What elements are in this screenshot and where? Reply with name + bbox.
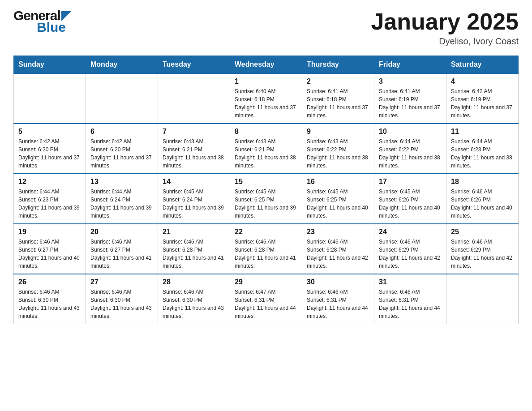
- day-info: Sunrise: 6:42 AM Sunset: 6:20 PM Dayligh…: [90, 137, 153, 170]
- calendar-cell-w2-d5: 9Sunrise: 6:43 AM Sunset: 6:22 PM Daylig…: [302, 124, 374, 174]
- col-header-friday: Friday: [374, 56, 446, 74]
- day-info: Sunrise: 6:41 AM Sunset: 6:19 PM Dayligh…: [379, 87, 442, 120]
- day-number: 4: [451, 77, 514, 86]
- day-info: Sunrise: 6:44 AM Sunset: 6:24 PM Dayligh…: [90, 188, 153, 220]
- calendar-week-1: 1Sunrise: 6:40 AM Sunset: 6:18 PM Daylig…: [14, 73, 519, 124]
- calendar-cell-w4-d3: 21Sunrise: 6:46 AM Sunset: 6:28 PM Dayli…: [158, 224, 230, 274]
- calendar-cell-w1-d5: 2Sunrise: 6:41 AM Sunset: 6:18 PM Daylig…: [302, 73, 374, 124]
- day-number: 8: [235, 128, 297, 136]
- day-info: Sunrise: 6:43 AM Sunset: 6:21 PM Dayligh…: [163, 137, 225, 170]
- day-info: Sunrise: 6:46 AM Sunset: 6:29 PM Dayligh…: [379, 238, 442, 270]
- day-number: 26: [18, 278, 81, 286]
- day-info: Sunrise: 6:45 AM Sunset: 6:25 PM Dayligh…: [235, 188, 297, 220]
- day-info: Sunrise: 6:46 AM Sunset: 6:28 PM Dayligh…: [235, 238, 297, 270]
- day-info: Sunrise: 6:46 AM Sunset: 6:28 PM Dayligh…: [307, 238, 369, 270]
- calendar-cell-w5-d5: 30Sunrise: 6:46 AM Sunset: 6:31 PM Dayli…: [302, 274, 374, 324]
- calendar-cell-w5-d4: 29Sunrise: 6:47 AM Sunset: 6:31 PM Dayli…: [230, 274, 302, 324]
- calendar-cell-w5-d3: 28Sunrise: 6:46 AM Sunset: 6:30 PM Dayli…: [158, 274, 230, 324]
- day-info: Sunrise: 6:46 AM Sunset: 6:31 PM Dayligh…: [379, 288, 442, 320]
- col-header-saturday: Saturday: [446, 56, 519, 74]
- day-number: 7: [163, 128, 225, 136]
- col-header-thursday: Thursday: [302, 56, 374, 74]
- day-number: 31: [379, 278, 442, 286]
- calendar-cell-w4-d6: 24Sunrise: 6:46 AM Sunset: 6:29 PM Dayli…: [374, 224, 446, 274]
- calendar-cell-w1-d4: 1Sunrise: 6:40 AM Sunset: 6:18 PM Daylig…: [230, 73, 302, 124]
- calendar-cell-w4-d5: 23Sunrise: 6:46 AM Sunset: 6:28 PM Dayli…: [302, 224, 374, 274]
- day-number: 27: [90, 278, 153, 286]
- calendar-table: Sunday Monday Tuesday Wednesday Thursday…: [13, 56, 519, 324]
- calendar-cell-w1-d6: 3Sunrise: 6:41 AM Sunset: 6:19 PM Daylig…: [374, 73, 446, 124]
- calendar-cell-w3-d6: 17Sunrise: 6:45 AM Sunset: 6:26 PM Dayli…: [374, 174, 446, 224]
- calendar-cell-w3-d5: 16Sunrise: 6:45 AM Sunset: 6:25 PM Dayli…: [302, 174, 374, 224]
- day-info: Sunrise: 6:45 AM Sunset: 6:25 PM Dayligh…: [307, 188, 369, 220]
- calendar-title: January 2025: [371, 9, 519, 34]
- calendar-cell-w3-d3: 14Sunrise: 6:45 AM Sunset: 6:24 PM Dayli…: [158, 174, 230, 224]
- day-info: Sunrise: 6:44 AM Sunset: 6:22 PM Dayligh…: [379, 137, 442, 170]
- day-info: Sunrise: 6:43 AM Sunset: 6:22 PM Dayligh…: [307, 137, 369, 170]
- calendar-cell-w3-d2: 13Sunrise: 6:44 AM Sunset: 6:24 PM Dayli…: [86, 174, 158, 224]
- day-info: Sunrise: 6:44 AM Sunset: 6:23 PM Dayligh…: [451, 137, 514, 170]
- day-number: 24: [379, 228, 442, 236]
- day-info: Sunrise: 6:46 AM Sunset: 6:27 PM Dayligh…: [90, 238, 153, 270]
- calendar-subtitle: Dyeliso, Ivory Coast: [371, 36, 519, 47]
- title-section: January 2025 Dyeliso, Ivory Coast: [371, 9, 519, 47]
- calendar-cell-w2-d3: 7Sunrise: 6:43 AM Sunset: 6:21 PM Daylig…: [158, 124, 230, 174]
- day-info: Sunrise: 6:46 AM Sunset: 6:27 PM Dayligh…: [18, 238, 81, 270]
- calendar-cell-w5-d2: 27Sunrise: 6:46 AM Sunset: 6:30 PM Dayli…: [86, 274, 158, 324]
- logo: General Blue: [13, 9, 71, 34]
- day-info: Sunrise: 6:46 AM Sunset: 6:30 PM Dayligh…: [90, 288, 153, 320]
- calendar-cell-w4-d7: 25Sunrise: 6:46 AM Sunset: 6:29 PM Dayli…: [446, 224, 519, 274]
- calendar-cell-w1-d2: [86, 73, 158, 124]
- col-header-tuesday: Tuesday: [158, 56, 230, 74]
- day-number: 23: [307, 228, 369, 236]
- day-number: 11: [451, 128, 514, 136]
- col-header-sunday: Sunday: [14, 56, 86, 74]
- calendar-header-row: Sunday Monday Tuesday Wednesday Thursday…: [14, 56, 519, 74]
- day-number: 17: [379, 178, 442, 186]
- day-number: 16: [307, 178, 369, 186]
- calendar-cell-w2-d7: 11Sunrise: 6:44 AM Sunset: 6:23 PM Dayli…: [446, 124, 519, 174]
- calendar-cell-w5-d7: [446, 274, 519, 324]
- day-number: 29: [235, 278, 297, 286]
- day-number: 6: [90, 128, 153, 136]
- day-number: 18: [451, 178, 514, 186]
- day-number: 3: [379, 77, 442, 86]
- day-number: 14: [163, 178, 225, 186]
- day-number: 13: [90, 178, 153, 186]
- day-info: Sunrise: 6:46 AM Sunset: 6:28 PM Dayligh…: [163, 238, 225, 270]
- calendar-cell-w2-d1: 5Sunrise: 6:42 AM Sunset: 6:20 PM Daylig…: [14, 124, 86, 174]
- calendar-week-3: 12Sunrise: 6:44 AM Sunset: 6:23 PM Dayli…: [14, 174, 519, 224]
- calendar-cell-w2-d2: 6Sunrise: 6:42 AM Sunset: 6:20 PM Daylig…: [86, 124, 158, 174]
- day-number: 30: [307, 278, 369, 286]
- day-number: 9: [307, 128, 369, 136]
- col-header-monday: Monday: [86, 56, 158, 74]
- day-number: 28: [163, 278, 225, 286]
- day-info: Sunrise: 6:47 AM Sunset: 6:31 PM Dayligh…: [235, 288, 297, 320]
- calendar-cell-w1-d7: 4Sunrise: 6:42 AM Sunset: 6:19 PM Daylig…: [446, 73, 519, 124]
- day-info: Sunrise: 6:43 AM Sunset: 6:21 PM Dayligh…: [235, 137, 297, 170]
- day-number: 5: [18, 128, 81, 136]
- day-info: Sunrise: 6:46 AM Sunset: 6:31 PM Dayligh…: [307, 288, 369, 320]
- day-number: 12: [18, 178, 81, 186]
- day-info: Sunrise: 6:41 AM Sunset: 6:18 PM Dayligh…: [307, 87, 369, 120]
- day-info: Sunrise: 6:45 AM Sunset: 6:26 PM Dayligh…: [379, 188, 442, 220]
- calendar-cell-w3-d4: 15Sunrise: 6:45 AM Sunset: 6:25 PM Dayli…: [230, 174, 302, 224]
- calendar-week-2: 5Sunrise: 6:42 AM Sunset: 6:20 PM Daylig…: [14, 124, 519, 174]
- day-info: Sunrise: 6:42 AM Sunset: 6:20 PM Dayligh…: [18, 137, 81, 170]
- calendar-cell-w4-d2: 20Sunrise: 6:46 AM Sunset: 6:27 PM Dayli…: [86, 224, 158, 274]
- page-header: General Blue January 2025 Dyeliso, Ivory…: [13, 9, 519, 47]
- calendar-cell-w1-d1: [14, 73, 86, 124]
- day-number: 22: [235, 228, 297, 236]
- day-info: Sunrise: 6:46 AM Sunset: 6:29 PM Dayligh…: [451, 238, 514, 270]
- day-number: 21: [163, 228, 225, 236]
- day-number: 15: [235, 178, 297, 186]
- calendar-week-5: 26Sunrise: 6:46 AM Sunset: 6:30 PM Dayli…: [14, 274, 519, 324]
- calendar-cell-w1-d3: [158, 73, 230, 124]
- day-info: Sunrise: 6:42 AM Sunset: 6:19 PM Dayligh…: [451, 87, 514, 120]
- day-info: Sunrise: 6:46 AM Sunset: 6:30 PM Dayligh…: [18, 288, 81, 320]
- day-info: Sunrise: 6:45 AM Sunset: 6:24 PM Dayligh…: [163, 188, 225, 220]
- calendar-cell-w3-d1: 12Sunrise: 6:44 AM Sunset: 6:23 PM Dayli…: [14, 174, 86, 224]
- calendar-cell-w4-d1: 19Sunrise: 6:46 AM Sunset: 6:27 PM Dayli…: [14, 224, 86, 274]
- calendar-cell-w2-d4: 8Sunrise: 6:43 AM Sunset: 6:21 PM Daylig…: [230, 124, 302, 174]
- day-info: Sunrise: 6:44 AM Sunset: 6:23 PM Dayligh…: [18, 188, 81, 220]
